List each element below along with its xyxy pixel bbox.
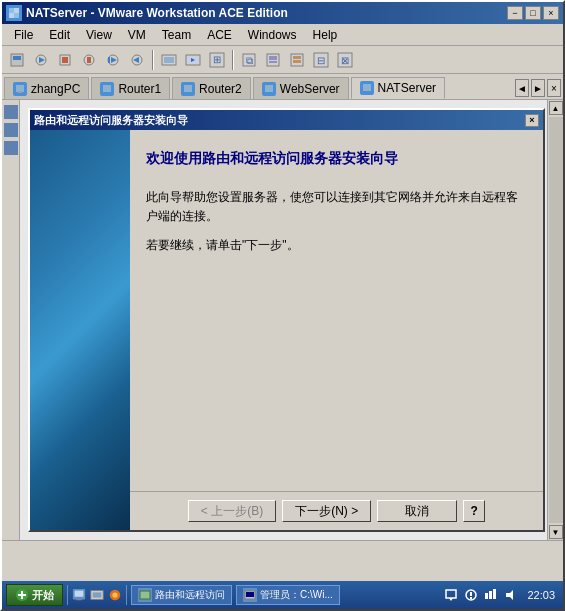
dialog-window: 路由和远程访问服务器安装向导 × 欢迎使用路由和远程访问服务器安装向导 此向导帮… bbox=[28, 108, 545, 532]
scrollbar: ▲ ▼ bbox=[547, 100, 563, 540]
svg-rect-9 bbox=[62, 57, 68, 63]
svg-rect-28 bbox=[269, 61, 277, 63]
tab-webserver[interactable]: WebServer bbox=[253, 77, 349, 99]
taskbar-item-admin[interactable]: 管理员：C:\Wi... bbox=[236, 585, 340, 605]
taskbar-quick-1[interactable] bbox=[72, 588, 86, 602]
toolbar-separator-2 bbox=[232, 50, 234, 70]
svg-rect-58 bbox=[470, 592, 472, 596]
taskbar-clock: 22:03 bbox=[523, 589, 559, 601]
menu-edit[interactable]: Edit bbox=[41, 26, 78, 44]
tab-router1[interactable]: Router1 bbox=[91, 77, 170, 99]
scroll-track[interactable] bbox=[549, 117, 563, 523]
svg-rect-54 bbox=[246, 592, 254, 597]
app-icon bbox=[6, 5, 22, 21]
start-button[interactable]: 开始 bbox=[6, 584, 63, 606]
svg-rect-47 bbox=[76, 599, 81, 601]
toolbar-btn-10[interactable]: ⧉ bbox=[238, 49, 260, 71]
dialog-close-button[interactable]: × bbox=[525, 114, 539, 127]
title-controls: − □ × bbox=[507, 6, 559, 20]
dialog-welcome-title: 欢迎使用路由和远程访问服务器安装向导 bbox=[146, 150, 527, 168]
dialog-body-text: 此向导帮助您设置服务器，使您可以连接到其它网络并允许来自远程客户端的连接。 若要… bbox=[146, 188, 527, 266]
menu-help[interactable]: Help bbox=[305, 26, 346, 44]
menu-team[interactable]: Team bbox=[154, 26, 199, 44]
svg-rect-59 bbox=[470, 597, 472, 599]
toolbar-btn-12[interactable] bbox=[286, 49, 308, 71]
menu-file[interactable]: File bbox=[6, 26, 41, 44]
toolbar-btn-3[interactable] bbox=[54, 49, 76, 71]
content-area: 路由和远程访问服务器安装向导 × 欢迎使用路由和远程访问服务器安装向导 此向导帮… bbox=[2, 100, 563, 540]
next-button[interactable]: 下一步(N) > bbox=[282, 500, 371, 522]
svg-rect-49 bbox=[93, 592, 102, 597]
maximize-button[interactable]: □ bbox=[525, 6, 541, 20]
minimize-button[interactable]: − bbox=[507, 6, 523, 20]
sidebar-icon-3 bbox=[4, 141, 18, 155]
svg-rect-2 bbox=[14, 8, 19, 13]
tab-natserver[interactable]: NATServer bbox=[351, 77, 445, 99]
toolbar-btn-4[interactable] bbox=[78, 49, 100, 71]
svg-rect-61 bbox=[489, 591, 492, 599]
window-title: NATServer - VMware Workstation ACE Editi… bbox=[26, 6, 288, 20]
menu-view[interactable]: View bbox=[78, 26, 120, 44]
taskbar-sep-1 bbox=[67, 585, 68, 605]
tray-icon-volume[interactable] bbox=[503, 587, 519, 603]
svg-rect-37 bbox=[18, 91, 22, 93]
toolbar-btn-8[interactable] bbox=[182, 49, 204, 71]
taskbar-icon-rras bbox=[138, 588, 152, 602]
tab-zhangpc[interactable]: zhangPC bbox=[4, 77, 89, 99]
tab-prev-button[interactable]: ◄ bbox=[515, 79, 529, 97]
dialog-body: 欢迎使用路由和远程访问服务器安装向导 此向导帮助您设置服务器，使您可以连接到其它… bbox=[30, 130, 543, 530]
taskbar-right: 22:03 bbox=[443, 587, 559, 603]
svg-rect-11 bbox=[87, 57, 91, 63]
taskbar-label-admin: 管理员：C:\Wi... bbox=[260, 588, 333, 602]
taskbar-label-rras: 路由和远程访问 bbox=[155, 588, 225, 602]
taskbar-sep-2 bbox=[126, 585, 127, 605]
tab-close-button[interactable]: × bbox=[547, 79, 561, 97]
svg-text:⊞: ⊞ bbox=[213, 54, 221, 65]
menu-vm[interactable]: VM bbox=[120, 26, 154, 44]
cancel-button[interactable]: 取消 bbox=[377, 500, 457, 522]
tray-icon-network[interactable] bbox=[483, 587, 499, 603]
taskbar-item-rras[interactable]: 路由和远程访问 bbox=[131, 585, 232, 605]
svg-rect-52 bbox=[140, 591, 150, 599]
toolbar-btn-14[interactable]: ⊠ bbox=[334, 49, 356, 71]
tab-label-webserver: WebServer bbox=[280, 82, 340, 96]
taskbar: 开始 路由和远程访问 管理员：C:\Wi... bbox=[2, 581, 563, 609]
menu-ace[interactable]: ACE bbox=[199, 26, 240, 44]
left-sidebar bbox=[2, 100, 20, 540]
close-button[interactable]: × bbox=[543, 6, 559, 20]
vm-screen[interactable]: 路由和远程访问服务器安装向导 × 欢迎使用路由和远程访问服务器安装向导 此向导帮… bbox=[20, 100, 563, 540]
toolbar-btn-9[interactable]: ⊞ bbox=[206, 49, 228, 71]
dialog-buttons: < 上一步(B) 下一步(N) > 取消 ? bbox=[130, 491, 543, 530]
menu-bar: File Edit View VM Team ACE Windows Help bbox=[2, 24, 563, 46]
taskbar-icon-admin bbox=[243, 588, 257, 602]
sidebar-icon-1 bbox=[4, 105, 18, 119]
svg-rect-60 bbox=[485, 593, 488, 599]
tab-router2[interactable]: Router2 bbox=[172, 77, 251, 99]
svg-rect-1 bbox=[14, 13, 19, 18]
toolbar-btn-2[interactable] bbox=[30, 49, 52, 71]
taskbar-quick-2[interactable] bbox=[90, 588, 104, 602]
tab-icon-router1 bbox=[100, 82, 114, 96]
toolbar-btn-1[interactable] bbox=[6, 49, 28, 71]
tab-next-button[interactable]: ► bbox=[531, 79, 545, 97]
tray-icon-2[interactable] bbox=[463, 587, 479, 603]
svg-rect-27 bbox=[269, 56, 277, 60]
help-button[interactable]: ? bbox=[463, 500, 485, 522]
toolbar-btn-11[interactable] bbox=[262, 49, 284, 71]
scroll-up-button[interactable]: ▲ bbox=[549, 101, 563, 115]
toolbar-btn-6[interactable] bbox=[126, 49, 148, 71]
toolbar-btn-5[interactable] bbox=[102, 49, 124, 71]
toolbar-btn-13[interactable]: ⊟ bbox=[310, 49, 332, 71]
tab-label-natserver: NATServer bbox=[378, 81, 436, 95]
back-button[interactable]: < 上一步(B) bbox=[188, 500, 276, 522]
svg-rect-55 bbox=[446, 590, 456, 598]
taskbar-quick-3[interactable] bbox=[108, 588, 122, 602]
svg-rect-41 bbox=[363, 84, 371, 91]
toolbar-btn-7[interactable] bbox=[158, 49, 180, 71]
scroll-down-button[interactable]: ▼ bbox=[549, 525, 563, 539]
menu-windows[interactable]: Windows bbox=[240, 26, 305, 44]
tray-icon-1[interactable] bbox=[443, 587, 459, 603]
svg-rect-39 bbox=[184, 85, 192, 92]
tab-icon-webserver bbox=[262, 82, 276, 96]
svg-rect-31 bbox=[293, 60, 301, 63]
